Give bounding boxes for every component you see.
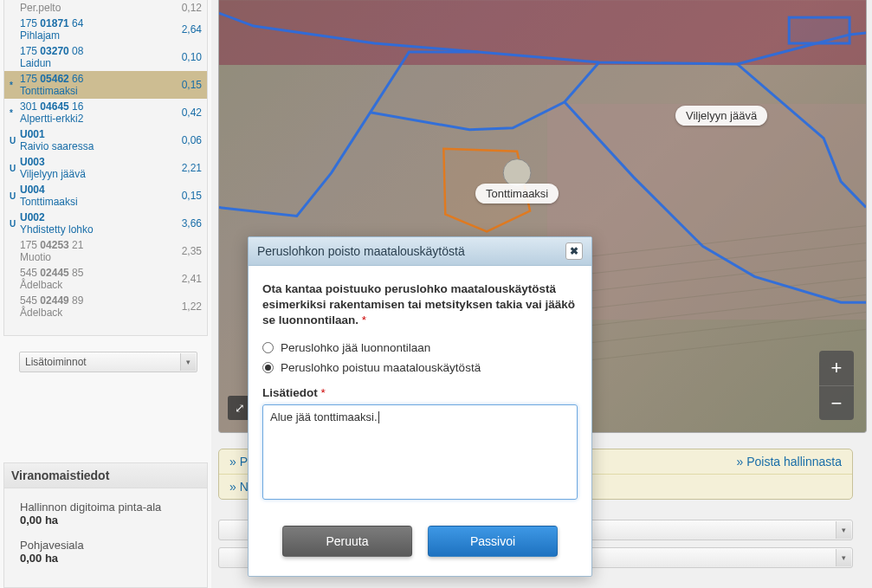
- radio-option-1[interactable]: Peruslohko jää luonnontilaan: [262, 341, 578, 354]
- close-icon: ✖: [570, 245, 578, 257]
- required-star-icon: *: [321, 386, 326, 399]
- button-label: Passivoi: [470, 534, 515, 548]
- modal-title: Peruslohkon poisto maatalouskäytöstä: [257, 244, 465, 258]
- radio-icon: [262, 342, 274, 353]
- textarea-value: Alue jää tonttimaaksi.: [270, 410, 378, 423]
- modal-prompt-text: Ota kantaa poistuuko peruslohko maatalou…: [262, 282, 575, 326]
- cancel-button[interactable]: Peruuta: [282, 526, 412, 557]
- additional-info-textarea[interactable]: Alue jää tonttimaaksi.: [262, 404, 578, 500]
- removal-modal: Peruslohkon poisto maatalouskäytöstä ✖ O…: [248, 236, 592, 577]
- radio-option-2[interactable]: Peruslohko poistuu maatalouskäytöstä: [262, 361, 578, 374]
- required-star-icon: *: [362, 313, 366, 326]
- additional-info-label: Lisätiedot *: [262, 386, 578, 399]
- modal-prompt: Ota kantaa poistuuko peruslohko maatalou…: [262, 281, 578, 329]
- radio-label: Peruslohko poistuu maatalouskäytöstä: [281, 361, 481, 374]
- close-button[interactable]: ✖: [565, 242, 583, 260]
- field-label-text: Lisätiedot: [262, 386, 318, 399]
- radio-label: Peruslohko jää luonnontilaan: [281, 341, 430, 354]
- modal-header: Peruslohkon poisto maatalouskäytöstä ✖: [249, 237, 591, 266]
- modal-body: Ota kantaa poistuuko peruslohko maatalou…: [249, 266, 591, 507]
- text-caret-icon: [378, 411, 379, 423]
- modal-backdrop: Peruslohkon poisto maatalouskäytöstä ✖ O…: [0, 0, 872, 588]
- modal-footer: Peruuta Passivoi: [249, 507, 591, 576]
- button-label: Peruuta: [326, 534, 368, 548]
- radio-icon: [262, 362, 274, 373]
- passivoi-button[interactable]: Passivoi: [428, 526, 558, 557]
